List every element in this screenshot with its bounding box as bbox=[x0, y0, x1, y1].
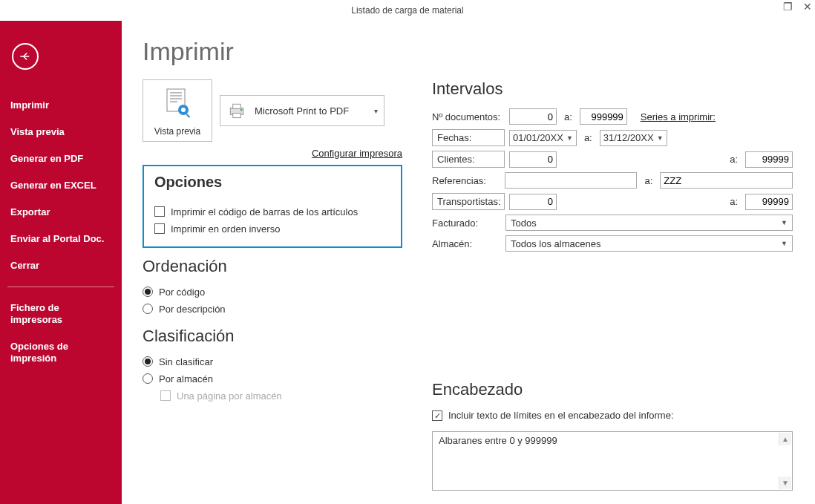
sidebar: Imprimir Vista previa Generar en PDF Gen… bbox=[0, 21, 122, 504]
page-per-warehouse-checkbox bbox=[160, 390, 171, 401]
class-by-warehouse-radio[interactable] bbox=[143, 373, 153, 384]
page-title: Imprimir bbox=[143, 37, 793, 66]
sep-a-1: a: bbox=[564, 111, 572, 122]
svg-rect-7 bbox=[186, 114, 191, 118]
svg-rect-1 bbox=[170, 92, 182, 94]
title-bar: Listado de carga de material ❐ ✕ bbox=[0, 0, 815, 21]
chevron-down-icon: ▼ bbox=[657, 134, 664, 142]
svg-rect-2 bbox=[170, 95, 182, 96]
carriers-from-input[interactable] bbox=[509, 194, 557, 210]
window-close-icon[interactable]: ✕ bbox=[803, 1, 812, 12]
sidebar-item-enviar-portal[interactable]: Enviar al Portal Doc. bbox=[7, 226, 114, 252]
window-title: Listado de carga de material bbox=[351, 5, 463, 16]
svg-rect-4 bbox=[170, 101, 177, 102]
document-preview-icon bbox=[163, 88, 192, 122]
sep-a-3: a: bbox=[730, 154, 738, 165]
sidebar-item-generar-pdf[interactable]: Generar en PDF bbox=[7, 145, 114, 172]
left-column: Vista previa Microsoft Print to PDF ▾ Co bbox=[143, 79, 402, 405]
content-area: Imprimir Vista previa bbox=[122, 21, 815, 504]
right-column: Intervalos Nº documentos: a: Series a im… bbox=[432, 79, 793, 491]
class-by-warehouse-label: Por almacén bbox=[159, 373, 213, 384]
sidebar-item-opciones-impresion[interactable]: Opciones de impresión bbox=[7, 333, 114, 372]
scrollbar-down-icon[interactable]: ▼ bbox=[779, 477, 791, 489]
chevron-down-icon: ▼ bbox=[566, 134, 573, 142]
carriers-to-input[interactable] bbox=[745, 194, 793, 210]
svg-point-6 bbox=[181, 108, 186, 112]
header-text-value: Albaranes entre 0 y 999999 bbox=[439, 435, 557, 446]
doc-label: Nº documentos: bbox=[432, 111, 505, 122]
order-by-desc-label: Por descripción bbox=[159, 304, 226, 315]
barcode-label: Imprimir el código de barras de los artí… bbox=[171, 206, 358, 217]
reverse-order-label: Imprimir en orden inverso bbox=[171, 223, 280, 235]
sep-a-2: a: bbox=[584, 132, 592, 143]
series-to-print-link[interactable]: Series a imprimir: bbox=[641, 111, 716, 122]
warehouse-select[interactable]: Todos los almacenes ▼ bbox=[505, 235, 793, 252]
chevron-down-icon: ▾ bbox=[374, 107, 378, 115]
svg-rect-9 bbox=[233, 104, 241, 108]
chevron-down-icon: ▼ bbox=[781, 240, 788, 247]
sep-a-4: a: bbox=[644, 175, 652, 186]
ordering-title: Ordenación bbox=[143, 257, 402, 276]
date-to-input[interactable]: 31/12/20XX ▼ bbox=[600, 130, 667, 146]
sidebar-item-imprimir[interactable]: Imprimir bbox=[7, 92, 114, 119]
clients-to-input[interactable] bbox=[745, 151, 793, 168]
dates-button[interactable]: Fechas: bbox=[432, 129, 505, 146]
refs-to-input[interactable] bbox=[660, 172, 793, 189]
class-none-radio[interactable] bbox=[143, 356, 153, 367]
class-none-label: Sin clasificar bbox=[159, 356, 213, 367]
configure-printer-link[interactable]: Configurar impresora bbox=[143, 148, 402, 159]
arrow-left-icon bbox=[19, 50, 32, 63]
print-block: Vista previa Microsoft Print to PDF ▾ bbox=[143, 79, 402, 142]
sidebar-item-vista-previa[interactable]: Vista previa bbox=[7, 119, 114, 145]
refs-label: Referencias: bbox=[432, 175, 500, 186]
printer-selector[interactable]: Microsoft Print to PDF ▾ bbox=[220, 95, 384, 126]
svg-point-11 bbox=[240, 109, 243, 111]
sidebar-item-exportar[interactable]: Exportar bbox=[7, 199, 114, 226]
chevron-down-icon: ▼ bbox=[781, 219, 788, 226]
intervals-title: Intervalos bbox=[432, 79, 793, 99]
printer-name: Microsoft Print to PDF bbox=[255, 105, 367, 117]
refs-from-input[interactable] bbox=[505, 172, 638, 189]
page-per-warehouse-label: Una página por almacén bbox=[177, 390, 282, 402]
window-restore-icon[interactable]: ❐ bbox=[783, 1, 793, 12]
sidebar-item-generar-excel[interactable]: Generar en EXCEL bbox=[7, 172, 114, 199]
svg-rect-10 bbox=[233, 114, 241, 118]
classification-title: Clasificación bbox=[143, 327, 402, 346]
scrollbar-up-icon[interactable]: ▲ bbox=[779, 433, 791, 445]
carriers-button[interactable]: Transportistas: bbox=[432, 193, 505, 210]
warehouse-value: Todos los almacenes bbox=[511, 238, 600, 249]
header-section-title: Encabezado bbox=[432, 380, 793, 399]
sep-a-5: a: bbox=[730, 196, 738, 207]
doc-to-input[interactable] bbox=[580, 108, 627, 125]
sidebar-divider bbox=[7, 287, 114, 287]
order-by-code-label: Por código bbox=[159, 287, 205, 298]
invoiced-label: Facturado: bbox=[432, 217, 501, 229]
printer-icon bbox=[226, 100, 247, 121]
clients-button[interactable]: Clientes: bbox=[432, 151, 505, 168]
date-from-input[interactable]: 01/01/20XX ▼ bbox=[509, 130, 577, 146]
include-limits-checkbox[interactable] bbox=[432, 410, 442, 421]
sidebar-item-fichero-impresoras[interactable]: Fichero de impresoras bbox=[7, 295, 114, 333]
clients-from-input[interactable] bbox=[509, 151, 557, 168]
warehouse-label: Almacén: bbox=[432, 238, 501, 249]
sidebar-item-cerrar[interactable]: Cerrar bbox=[7, 252, 114, 279]
barcode-checkbox[interactable] bbox=[154, 206, 165, 217]
back-button[interactable] bbox=[12, 43, 39, 70]
svg-rect-3 bbox=[170, 98, 182, 99]
print-preview-button[interactable]: Vista previa bbox=[143, 79, 212, 142]
options-group: Opciones Imprimir el código de barras de… bbox=[143, 165, 402, 248]
reverse-order-checkbox[interactable] bbox=[154, 223, 165, 234]
order-by-code-radio[interactable] bbox=[143, 287, 153, 297]
header-text-area[interactable]: Albaranes entre 0 y 999999 ▲ ▼ bbox=[432, 431, 793, 491]
invoiced-select[interactable]: Todos ▼ bbox=[505, 215, 793, 231]
doc-from-input[interactable] bbox=[509, 108, 557, 125]
include-limits-label: Incluir texto de límites en el encabezad… bbox=[448, 410, 674, 421]
window-controls: ❐ ✕ bbox=[783, 1, 812, 12]
options-title: Opciones bbox=[154, 174, 390, 191]
invoiced-value: Todos bbox=[511, 217, 537, 229]
order-by-desc-radio[interactable] bbox=[143, 304, 153, 314]
print-preview-label: Vista previa bbox=[154, 126, 200, 137]
